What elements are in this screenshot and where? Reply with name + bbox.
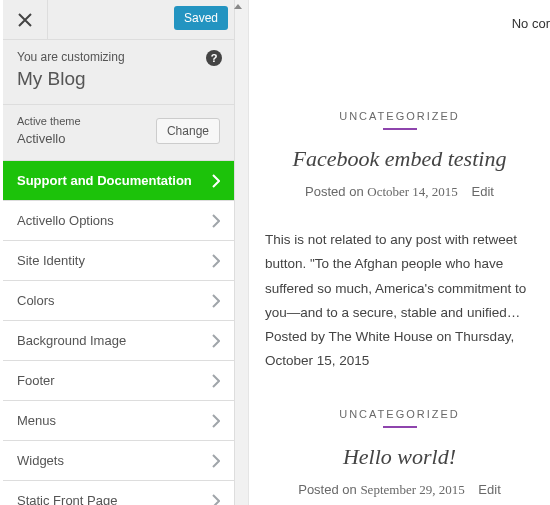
chevron-right-icon <box>212 334 220 348</box>
preview-pane: No cor UNCATEGORIZED Facebook embed test… <box>249 0 550 505</box>
customizing-label: You are customizing <box>17 50 220 64</box>
chevron-right-icon <box>212 454 220 468</box>
menu-item-label: Background Image <box>17 333 126 348</box>
menu-item-label: Colors <box>17 293 55 308</box>
active-theme-label: Active theme <box>17 115 81 127</box>
menu-item-6[interactable]: Menus <box>3 401 234 441</box>
topbar: Saved <box>3 0 234 40</box>
posted-label: Posted on <box>298 482 357 497</box>
post-date[interactable]: October 14, 2015 <box>367 184 458 199</box>
menu-item-1[interactable]: Activello Options <box>3 201 234 241</box>
menu-item-8[interactable]: Static Front Page <box>3 481 234 505</box>
menu-item-4[interactable]: Background Image <box>3 321 234 361</box>
chevron-right-icon <box>212 214 220 228</box>
customizer-sidebar: Saved You are customizing My Blog ? Acti… <box>3 0 235 505</box>
theme-panel: Active theme Activello Change <box>3 105 234 161</box>
saved-button[interactable]: Saved <box>174 6 228 30</box>
post-date[interactable]: September 29, 2015 <box>360 482 464 497</box>
posted-label: Posted on <box>305 184 364 199</box>
menu-item-label: Activello Options <box>17 213 114 228</box>
chevron-right-icon <box>212 374 220 388</box>
menu-item-5[interactable]: Footer <box>3 361 234 401</box>
edit-link[interactable]: Edit <box>472 184 494 199</box>
category-underline <box>383 426 417 428</box>
customizer-menu: Support and DocumentationActivello Optio… <box>3 161 234 505</box>
menu-item-label: Footer <box>17 373 55 388</box>
post-category[interactable]: UNCATEGORIZED <box>261 110 538 122</box>
chevron-right-icon <box>212 254 220 268</box>
chevron-right-icon <box>212 414 220 428</box>
menu-item-label: Widgets <box>17 453 64 468</box>
help-icon[interactable]: ? <box>206 50 222 66</box>
category-underline <box>383 128 417 130</box>
chevron-right-icon <box>212 494 220 506</box>
info-panel: You are customizing My Blog ? <box>3 40 234 105</box>
change-theme-button[interactable]: Change <box>156 118 220 144</box>
menu-item-label: Menus <box>17 413 56 428</box>
menu-item-3[interactable]: Colors <box>3 281 234 321</box>
edit-link[interactable]: Edit <box>478 482 500 497</box>
menu-item-label: Site Identity <box>17 253 85 268</box>
post-title[interactable]: Facebook embed testing <box>261 146 538 172</box>
post-category[interactable]: UNCATEGORIZED <box>261 408 538 420</box>
menu-item-label: Support and Documentation <box>17 173 192 188</box>
close-icon <box>18 13 32 27</box>
post-meta: Posted on September 29, 2015 Edit <box>261 482 538 498</box>
corner-text: No cor <box>512 16 550 31</box>
post: UNCATEGORIZED Facebook embed testing Pos… <box>261 110 538 374</box>
menu-item-0[interactable]: Support and Documentation <box>3 161 234 201</box>
post: UNCATEGORIZED Hello world! Posted on Sep… <box>261 408 538 498</box>
menu-item-7[interactable]: Widgets <box>3 441 234 481</box>
sidebar-scrollbar[interactable] <box>235 0 249 505</box>
post-meta: Posted on October 14, 2015 Edit <box>261 184 538 200</box>
post-title[interactable]: Hello world! <box>261 444 538 470</box>
chevron-right-icon <box>212 174 220 188</box>
menu-item-2[interactable]: Site Identity <box>3 241 234 281</box>
post-excerpt: This is not related to any post with ret… <box>261 228 538 374</box>
theme-name: Activello <box>17 131 81 146</box>
menu-item-label: Static Front Page <box>17 493 117 505</box>
chevron-right-icon <box>212 294 220 308</box>
close-button[interactable] <box>3 0 48 40</box>
site-title: My Blog <box>17 68 220 90</box>
